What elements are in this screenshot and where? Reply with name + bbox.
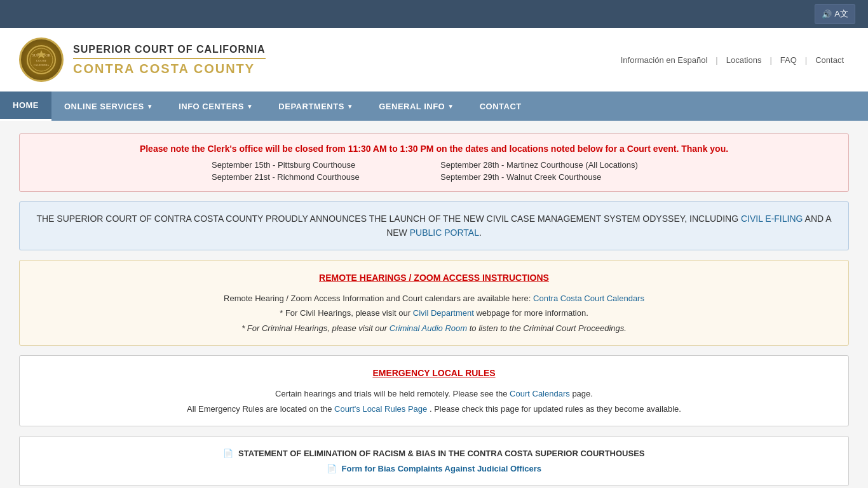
pdf-icon-1: 📄 [223,449,233,458]
court-seal: SUPERIOR COURT CALIFORNIA [19,37,64,82]
nav-general-info[interactable]: GENERAL INFO ▼ [366,92,466,121]
odyssey-text: THE SUPERIOR COURT OF CONTRA COSTA COUNT… [32,212,836,240]
bias-form-link[interactable]: Form for Bias Complaints Against Judicia… [342,464,541,473]
header: SUPERIOR COURT CALIFORNIA SUPERIOR COURT… [0,28,868,92]
contact-top-link[interactable]: Contact [810,55,849,65]
closure-date-3: September 21st - Richmond Courthouse [212,172,428,182]
closure-dates: September 15th - Pittsburg Courthouse Se… [212,160,656,182]
racism-title: STATEMENT OF ELIMINATION OF RACISM & BIA… [238,449,644,458]
zoom-text2: * For Civil Hearings, please visit our [280,308,410,318]
civil-dept-link[interactable]: Civil Department [413,308,474,318]
odyssey-notice: THE SUPERIOR COURT OF CONTRA COSTA COUNT… [19,201,849,250]
closure-date-4: September 29th - Walnut Creek Courthouse [440,172,656,182]
closure-notice: Please note the Clerk's office will be c… [19,133,849,192]
zoom-notice: REMOTE HEARINGS / ZOOM ACCESS INSTRUCTIO… [19,260,849,346]
translate-icon: A文 [834,8,848,20]
zoom-text3: webpage for more information. [476,308,588,318]
odyssey-text-main: THE SUPERIOR COURT OF CONTRA COSTA COUNT… [36,214,738,224]
nav-contact-label: CONTACT [480,102,522,111]
court-name-bottom: CONTRA COSTA COUNTY [73,62,266,76]
logo-area: SUPERIOR COURT CALIFORNIA SUPERIOR COURT… [19,37,266,82]
bias-form-line: 📄 Form for Bias Complaints Against Judic… [32,461,836,476]
court-calendars-zoom-link[interactable]: Contra Costa Court Calendars [533,294,644,303]
nav-online-services[interactable]: ONLINE SERVICES ▼ [51,92,166,121]
nav-contact[interactable]: CONTACT [467,92,534,121]
zoom-content: REMOTE HEARINGS / ZOOM ACCESS INSTRUCTIO… [32,270,836,336]
title-divider [73,58,266,59]
spanish-link[interactable]: Información en Español [616,55,713,65]
nav-divider-1: | [715,55,717,65]
zoom-line-3: * For Criminal Hearings, please visit ou… [32,321,836,336]
nav-info-centers[interactable]: INFO CENTERS ▼ [166,92,266,121]
main-content: Please note the Clerk's office will be c… [0,121,868,488]
nav-divider-3: | [805,55,807,65]
speaker-icon: 🔊 [822,10,832,19]
nav-online-services-label: ONLINE SERVICES [64,102,144,111]
emergency-notice: EMERGENCY LOCAL RULES Certain hearings a… [19,355,849,426]
court-title: SUPERIOR COURT OF CALIFORNIA CONTRA COST… [73,44,266,76]
info-centers-arrow: ▼ [247,103,253,110]
closure-date-1: September 15th - Pittsburg Courthouse [212,160,428,170]
zoom-text5: to listen to the Criminal Court Proceedi… [470,323,627,333]
nav-info-centers-label: INFO CENTERS [179,102,244,111]
main-nav: HOME ONLINE SERVICES ▼ INFO CENTERS ▼ DE… [0,92,868,121]
nav-departments[interactable]: DEPARTMENTS ▼ [266,92,366,121]
public-portal-link[interactable]: PUBLIC PORTAL [410,227,479,238]
odyssey-period: . [479,227,482,238]
online-services-arrow: ▼ [147,103,153,110]
zoom-line-1: Remote Hearing / Zoom Access Information… [32,291,836,306]
departments-arrow: ▼ [347,103,353,110]
nav-home-label: HOME [13,100,39,110]
zoom-title[interactable]: REMOTE HEARINGS / ZOOM ACCESS INSTRUCTIO… [32,270,836,286]
racism-content: 📄 STATEMENT OF ELIMINATION OF RACISM & B… [32,446,836,476]
top-bar: 🔊 A文 [0,0,868,28]
seal-svg: SUPERIOR COURT CALIFORNIA [25,44,57,76]
zoom-line-2: * For Civil Hearings, please visit our C… [32,306,836,320]
top-nav: Información en Español | Locations | FAQ… [616,55,849,65]
emergency-title[interactable]: EMERGENCY LOCAL RULES [32,365,836,381]
general-info-arrow: ▼ [447,103,454,110]
svg-text:COURT: COURT [36,59,47,62]
local-rules-link[interactable]: Court's Local Rules Page [334,404,427,414]
zoom-text4: * For Criminal Hearings, please visit ou… [241,323,387,333]
emergency-text3: All Emergency Rules are located on the [187,404,332,414]
nav-departments-label: DEPARTMENTS [278,102,344,111]
racism-notice: 📄 STATEMENT OF ELIMINATION OF RACISM & B… [19,436,849,486]
closure-title: Please note the Clerk's office will be c… [32,144,836,154]
closure-date-2: September 28th - Martinez Courthouse (Al… [440,160,656,170]
nav-general-info-label: GENERAL INFO [379,102,445,111]
racism-title-line: 📄 STATEMENT OF ELIMINATION OF RACISM & B… [32,446,836,461]
emergency-content: EMERGENCY LOCAL RULES Certain hearings a… [32,365,836,416]
civil-efiling-link[interactable]: CIVIL E-FILING [741,214,803,224]
emergency-text2: page. [572,389,593,398]
faq-link[interactable]: FAQ [775,55,802,65]
emergency-line-1: Certain hearings and trials will be held… [32,386,836,401]
emergency-text4: . Please check this page for updated rul… [430,404,681,414]
emergency-text1: Certain hearings and trials will be held… [275,389,507,398]
emergency-line-2: All Emergency Rules are located on the C… [32,402,836,416]
court-calendars-emergency-link[interactable]: Court Calendars [510,389,570,398]
translate-button[interactable]: 🔊 A文 [815,4,855,24]
court-name-top: SUPERIOR COURT OF CALIFORNIA [73,44,266,55]
nav-divider-2: | [770,55,771,65]
locations-link[interactable]: Locations [721,55,767,65]
nav-home[interactable]: HOME [0,92,51,121]
pdf-icon-2: 📄 [327,464,337,473]
zoom-text1: Remote Hearing / Zoom Access Information… [224,294,531,303]
criminal-audio-link[interactable]: Criminal Audio Room [390,323,467,333]
svg-text:CALIFORNIA: CALIFORNIA [34,64,49,67]
